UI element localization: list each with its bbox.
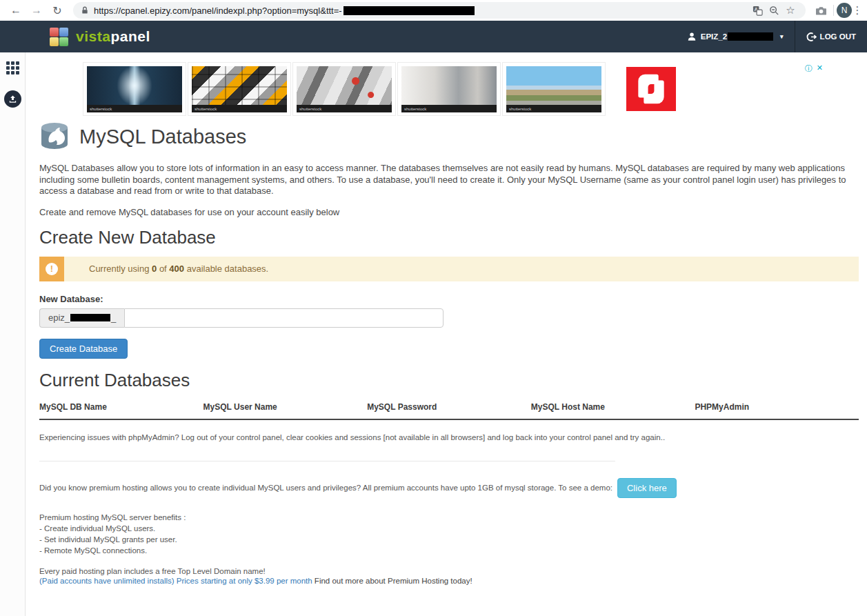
benefit-item: - Remote MySQL connections. [39, 545, 859, 556]
click-here-button[interactable]: Click here [617, 478, 677, 498]
ad-thumbnail-houses[interactable]: shutterstock [502, 62, 606, 116]
usage-notice-text: Currently using 0 of 400 available datab… [64, 257, 275, 281]
ad-thumbnail-elevator[interactable]: shutterstock [397, 62, 501, 116]
current-databases-heading: Current Databases [39, 370, 859, 391]
caret-down-icon: ▾ [780, 33, 784, 40]
brand-wordmark: vistapanel [76, 28, 150, 45]
side-rail [0, 52, 26, 616]
redacted-db-prefix [70, 314, 110, 321]
create-database-button[interactable]: Create Database [39, 339, 128, 359]
new-database-input-group: epiz_ _ [39, 308, 444, 328]
col-phpmyadmin: PHPMyAdmin [695, 397, 859, 419]
page-title: MySQL Databases [79, 126, 246, 148]
notice-mid: of [157, 264, 169, 274]
db-prefix-underscore: _ [111, 312, 116, 323]
ad-watermark: shutterstock [401, 105, 497, 112]
benefit-item: - Create individual MySQL users. [39, 523, 859, 534]
premium-demo-text: Did you know premium hosting allows you … [39, 484, 612, 492]
user-icon [687, 32, 697, 41]
browser-menu-icon[interactable]: ⋮ [852, 4, 863, 17]
browser-profile-avatar[interactable]: N [837, 3, 852, 18]
intro-paragraph-2: Create and remove MySQL databases for us… [39, 207, 859, 217]
star-icon[interactable]: ☆ [782, 4, 799, 17]
section-divider [39, 461, 615, 461]
translate-icon[interactable]: A [749, 6, 766, 16]
ad-watermark: shutterstock [87, 105, 182, 112]
lock-icon [80, 6, 90, 15]
panel-header: vistapanel EPIZ_2 ▾ LOG OUT [0, 21, 867, 52]
ad-close-icon[interactable]: ✕ [817, 63, 823, 74]
premium-benefits: Premium hosting MySQL server benefits : … [39, 512, 859, 556]
benefits-title: Premium hosting MySQL server benefits : [39, 512, 859, 523]
account-menu[interactable]: EPIZ_2 ▾ [676, 21, 795, 52]
redacted-url-token [343, 6, 475, 15]
new-database-label: New Database: [39, 294, 859, 304]
benefit-item: - Set individual MySQL grants per user. [39, 534, 859, 545]
db-prefix-text: epiz_ [48, 312, 70, 323]
address-bar[interactable]: https://cpanel.epizy.com/panel/indexpl.p… [73, 2, 806, 19]
ad-info-icon[interactable]: ⓘ [805, 63, 813, 74]
notice-pre: Currently using [89, 264, 152, 274]
pricing-suffix: Find out more about Premium Hosting toda… [312, 577, 472, 585]
col-password: MySQL Password [367, 397, 531, 419]
intro-paragraph: MySQL Databases allow you to store lots … [39, 163, 859, 197]
phpmyadmin-note: Experiencing issues with phpMyAdmin? Log… [39, 433, 859, 441]
zoom-out-icon[interactable] [766, 6, 782, 16]
pricing-line: (Paid accounts have unlimited installs) … [39, 577, 859, 585]
account-label: EPIZ_2 [701, 32, 727, 41]
col-user-name: MySQL User Name [203, 397, 368, 419]
notice-post: available databases. [184, 264, 268, 274]
ad-thumbnail-city-collage[interactable]: shutterstock [292, 62, 396, 116]
redacted-account-name [728, 32, 773, 41]
col-host-name: MySQL Host Name [531, 397, 695, 419]
ad-watermark: shutterstock [297, 105, 392, 112]
new-database-input[interactable] [124, 308, 444, 328]
logout-icon [806, 32, 817, 42]
create-database-heading: Create New Database [39, 227, 859, 248]
db-total-count: 400 [169, 264, 184, 274]
url-text: https://cpanel.epizy.com/panel/indexpl.p… [94, 6, 342, 16]
tld-promo-text: Every paid hosting plan includes a free … [39, 567, 859, 575]
logout-button[interactable]: LOG OUT [795, 21, 867, 52]
ad-thumbnail-templates[interactable]: shutterstock [188, 62, 291, 116]
vistapanel-logo-icon [50, 28, 68, 46]
refresh-icon[interactable]: ↻ [47, 1, 68, 19]
ad-watermark: shutterstock [192, 105, 287, 112]
pricing-link[interactable]: (Paid accounts have unlimited installs) … [39, 577, 312, 585]
forward-icon[interactable]: → [26, 1, 47, 19]
camera-extension-icon[interactable] [811, 6, 830, 16]
back-icon[interactable]: ← [6, 1, 26, 19]
ad-watermark: shutterstock [506, 105, 601, 112]
brand-vista: vista [76, 28, 110, 44]
shutterstock-logo[interactable] [626, 67, 676, 111]
mysql-icon [39, 121, 70, 152]
apps-grid-icon[interactable] [6, 61, 19, 74]
ad-banner: shutterstock shutterstock shutterstock s… [83, 62, 826, 116]
toolbar-divider [833, 5, 834, 16]
empty-table-spacer [39, 419, 859, 433]
usage-notice: ! Currently using 0 of 400 available dat… [39, 257, 859, 281]
brand-panel: panel [110, 28, 150, 44]
upload-icon[interactable] [4, 90, 21, 108]
warning-icon: ! [39, 257, 64, 281]
logout-label: LOG OUT [820, 32, 856, 41]
databases-table: MySQL DB Name MySQL User Name MySQL Pass… [39, 397, 859, 433]
ad-thumbnail-door[interactable]: shutterstock [83, 62, 186, 116]
main-content: shutterstock shutterstock shutterstock s… [26, 52, 867, 616]
browser-toolbar: ← → ↻ https://cpanel.epizy.com/panel/ind… [0, 0, 867, 21]
col-db-name: MySQL DB Name [39, 397, 203, 419]
db-prefix-addon: epiz_ _ [39, 308, 124, 328]
